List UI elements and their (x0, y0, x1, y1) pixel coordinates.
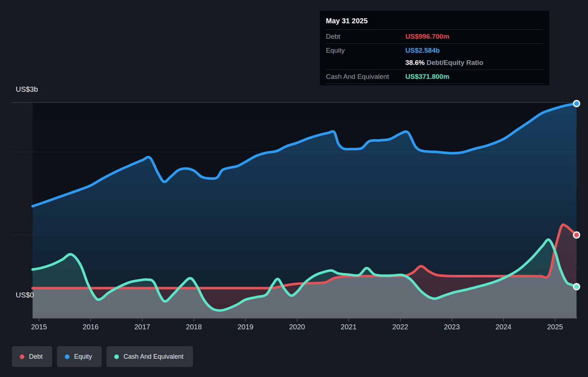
equity-end-marker (574, 101, 580, 107)
tooltip-date: May 31 2025 (326, 15, 543, 30)
tooltip-equity-row: Equity US$2.584b (326, 44, 543, 57)
tooltip-cash-label: Cash And Equivalent (326, 73, 405, 81)
x-axis-label-2020: 2020 (281, 323, 313, 331)
x-axis-label-2022: 2022 (384, 323, 416, 331)
x-axis-label-2021: 2021 (333, 323, 365, 331)
debt-end-marker (574, 232, 580, 238)
debt-legend-label: Debt (29, 353, 43, 361)
balance-sheet-history-chart: US$3b US$0 20152016201720182019202020212… (0, 0, 588, 377)
equity-legend-label: Equity (74, 353, 92, 361)
x-axis-label-2025: 2025 (539, 323, 571, 331)
x-axis-label-2019: 2019 (229, 323, 261, 331)
y-axis-label-zero: US$0 (16, 291, 34, 299)
legend-item-debt[interactable]: Debt (12, 346, 52, 367)
tooltip-equity-value: US$2.584b (405, 47, 440, 54)
debt-legend-dot-icon (20, 354, 24, 359)
x-axis-label-2024: 2024 (487, 323, 520, 331)
tooltip-equity-label: Equity (326, 47, 405, 54)
legend-item-equity[interactable]: Equity (57, 346, 102, 367)
equity-legend-dot-icon (65, 354, 69, 359)
cash-and-equivalent-legend-label: Cash And Equivalent (124, 353, 183, 361)
tooltip-ratio-value: 38.6% Debt/Equity Ratio (405, 59, 483, 67)
x-axis-label-2015: 2015 (23, 323, 55, 331)
tooltip-debt-value: US$996.700m (405, 33, 449, 40)
tooltip-cash-value: US$371.800m (405, 73, 449, 81)
x-axis-label-2018: 2018 (178, 323, 210, 331)
chart-tooltip: May 31 2025 Debt US$996.700m Equity US$2… (320, 11, 549, 85)
tooltip-debt-label: Debt (326, 33, 405, 40)
tooltip-cash-row: Cash And Equivalent US$371.800m (326, 70, 543, 84)
x-axis-label-2023: 2023 (436, 323, 468, 331)
legend: DebtEquityCash And Equivalent (12, 346, 193, 367)
cash-and-equivalent-legend-dot-icon (114, 354, 119, 359)
x-axis-label-2017: 2017 (126, 323, 158, 331)
cash-and-equivalent-end-marker (574, 284, 580, 290)
tooltip-ratio-row: 38.6% Debt/Equity Ratio (326, 57, 543, 70)
tooltip-debt-row: Debt US$996.700m (326, 30, 543, 44)
x-axis-label-2016: 2016 (74, 323, 107, 331)
legend-item-cash-and-equivalent[interactable]: Cash And Equivalent (106, 346, 193, 367)
y-axis-label-max: US$3b (16, 85, 38, 94)
